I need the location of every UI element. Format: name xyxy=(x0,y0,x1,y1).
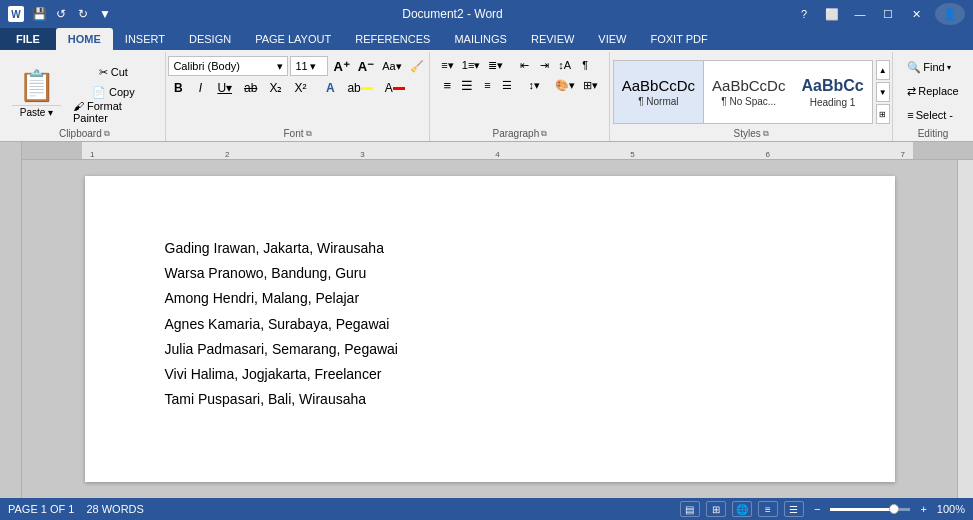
style-heading1-item[interactable]: AaBbCc Heading 1 xyxy=(793,61,871,123)
tab-page-layout[interactable]: PAGE LAYOUT xyxy=(243,28,343,50)
tab-file[interactable]: FILE xyxy=(0,28,56,50)
paste-dropdown[interactable]: Paste ▾ xyxy=(12,105,61,118)
doc-line-4: Agnes Kamaria, Surabaya, Pegawai xyxy=(165,312,815,337)
help-button[interactable]: ? xyxy=(791,4,817,24)
document-page: Gading Irawan, Jakarta, Wirausaha Warsa … xyxy=(85,176,895,482)
line-spacing-button[interactable]: ↕▾ xyxy=(525,76,543,94)
left-sidebar xyxy=(0,160,22,498)
vertical-scrollbar[interactable] xyxy=(957,160,973,498)
clipboard-expand-icon[interactable]: ⧉ xyxy=(104,129,110,139)
cut-button[interactable]: ✂ Cut xyxy=(70,63,157,81)
web-layout-view-button[interactable]: 🌐 xyxy=(732,501,752,517)
horizontal-ruler: 1234567 xyxy=(22,142,973,160)
paste-button[interactable]: 📋 xyxy=(12,66,61,105)
align-right-button[interactable]: ≡ xyxy=(478,76,496,94)
justify-button[interactable]: ☰ xyxy=(498,76,516,94)
style-no-spacing-preview: AaBbCcDc xyxy=(712,77,785,94)
font-size-decrease-button[interactable]: A⁻ xyxy=(355,57,377,75)
quick-access-toolbar: 💾 ↺ ↻ ▼ xyxy=(30,5,114,23)
ribbon-display-button[interactable]: ⬜ xyxy=(819,4,845,24)
text-effects-button[interactable]: A xyxy=(320,78,340,98)
styles-scroll-down-button[interactable]: ▼ xyxy=(876,82,890,102)
minimize-button[interactable]: — xyxy=(847,4,873,24)
italic-button[interactable]: I xyxy=(190,78,210,98)
window-title: Document2 - Word xyxy=(114,7,791,21)
maximize-button[interactable]: ☐ xyxy=(875,4,901,24)
change-case-button[interactable]: Aa▾ xyxy=(379,57,404,75)
find-dropdown-arrow: ▾ xyxy=(947,63,951,72)
superscript-button[interactable]: X² xyxy=(289,78,311,98)
strikethrough-button[interactable]: ab xyxy=(239,78,262,98)
app-icon: W xyxy=(8,6,24,22)
redo-button[interactable]: ↻ xyxy=(74,5,92,23)
multilevel-list-button[interactable]: ≣▾ xyxy=(485,56,506,74)
decrease-indent-button[interactable]: ⇤ xyxy=(515,56,533,74)
ruler-area: 1234567 xyxy=(0,142,973,160)
save-button[interactable]: 💾 xyxy=(30,5,48,23)
tab-home[interactable]: HOME xyxy=(56,28,113,50)
font-expand-icon[interactable]: ⧉ xyxy=(306,129,312,139)
doc-line-2: Warsa Pranowo, Bandung, Guru xyxy=(165,261,815,286)
tab-foxit-pdf[interactable]: FOXIT PDF xyxy=(638,28,719,50)
font-label: Font xyxy=(284,128,304,139)
style-no-spacing-item[interactable]: AaBbCcDc ¶ No Spac... xyxy=(704,61,793,123)
style-no-spacing-label: ¶ No Spac... xyxy=(721,96,776,107)
tab-references[interactable]: REFERENCES xyxy=(343,28,442,50)
format-painter-button[interactable]: 🖌 Format Painter xyxy=(70,103,157,121)
word-count: 28 WORDS xyxy=(86,503,143,515)
styles-more-button[interactable]: ⊞ xyxy=(876,104,890,124)
tab-design[interactable]: DESIGN xyxy=(177,28,243,50)
paragraph-expand-icon[interactable]: ⧉ xyxy=(541,129,547,139)
show-formatting-button[interactable]: ¶ xyxy=(576,56,594,74)
clear-formatting-button[interactable]: 🧹 xyxy=(407,57,427,75)
tab-insert[interactable]: INSERT xyxy=(113,28,177,50)
replace-button[interactable]: ⇄ Replace xyxy=(901,80,964,102)
print-layout-view-button[interactable]: ▤ xyxy=(680,501,700,517)
bullets-button[interactable]: ≡▾ xyxy=(438,56,456,74)
zoom-slider[interactable] xyxy=(830,508,910,511)
zoom-level: 100% xyxy=(937,503,965,515)
user-avatar[interactable]: 👤 xyxy=(935,3,965,25)
tab-view[interactable]: VIEW xyxy=(586,28,638,50)
doc-line-6: Vivi Halima, Jogjakarta, Freelancer xyxy=(165,362,815,387)
full-screen-view-button[interactable]: ⊞ xyxy=(706,501,726,517)
copy-button[interactable]: 📄 Copy xyxy=(70,83,157,101)
align-left-button[interactable]: ≡ xyxy=(438,76,456,94)
quick-access-dropdown[interactable]: ▼ xyxy=(96,5,114,23)
ribbon-tabs: FILE HOME INSERT DESIGN PAGE LAYOUT REFE… xyxy=(0,28,973,50)
styles-expand-icon[interactable]: ⧉ xyxy=(763,129,769,139)
subscript-button[interactable]: X₂ xyxy=(264,78,287,98)
font-name-dropdown[interactable]: Calibri (Body) ▾ xyxy=(168,56,288,76)
sort-button[interactable]: ↕A xyxy=(555,56,574,74)
ruler-side-left xyxy=(0,142,22,160)
numbering-button[interactable]: 1≡▾ xyxy=(459,56,484,74)
tab-review[interactable]: REVIEW xyxy=(519,28,586,50)
bold-button[interactable]: B xyxy=(168,78,188,98)
select-label: Select - xyxy=(916,109,953,121)
document-scroll-area[interactable]: Gading Irawan, Jakarta, Wirausaha Warsa … xyxy=(22,160,957,498)
font-size-dropdown[interactable]: 11 ▾ xyxy=(290,56,328,76)
outline-view-button[interactable]: ≡ xyxy=(758,501,778,517)
undo-button[interactable]: ↺ xyxy=(52,5,70,23)
zoom-out-button[interactable]: − xyxy=(814,503,820,515)
doc-line-7: Tami Puspasari, Bali, Wirausaha xyxy=(165,387,815,412)
zoom-in-button[interactable]: + xyxy=(920,503,926,515)
page-info: PAGE 1 OF 1 xyxy=(8,503,74,515)
find-button[interactable]: 🔍 Find ▾ xyxy=(901,56,956,78)
borders-button[interactable]: ⊞▾ xyxy=(580,76,601,94)
increase-indent-button[interactable]: ⇥ xyxy=(535,56,553,74)
font-group: Calibri (Body) ▾ 11 ▾ A⁺ A⁻ Aa▾ 🧹 B I U▾ xyxy=(166,52,431,141)
underline-button[interactable]: U▾ xyxy=(212,78,237,98)
select-button[interactable]: ≡ Select - xyxy=(901,104,959,126)
replace-icon: ⇄ xyxy=(907,85,916,98)
styles-scroll-up-button[interactable]: ▲ xyxy=(876,60,890,80)
shading-button[interactable]: 🎨▾ xyxy=(552,76,578,94)
draft-view-button[interactable]: ☰ xyxy=(784,501,804,517)
style-normal-item[interactable]: AaBbCcDc ¶ Normal xyxy=(614,61,704,123)
tab-mailings[interactable]: MAILINGS xyxy=(442,28,519,50)
font-color-button[interactable]: A xyxy=(380,78,410,98)
align-center-button[interactable]: ☰ xyxy=(458,76,476,94)
text-highlight-button[interactable]: ab xyxy=(342,78,377,98)
close-button[interactable]: ✕ xyxy=(903,4,929,24)
font-size-increase-button[interactable]: A⁺ xyxy=(330,57,352,75)
